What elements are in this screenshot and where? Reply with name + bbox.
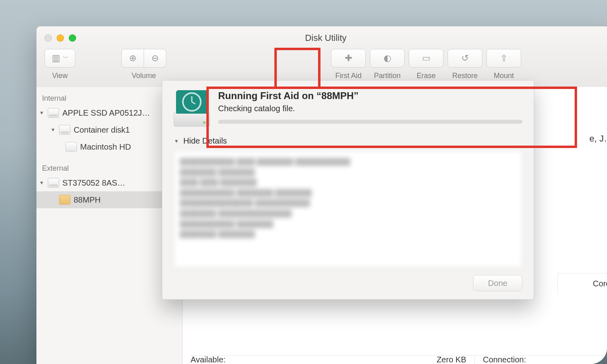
detail-label-connection: Connection: [474, 355, 526, 364]
toolbar-group-view: ▥ ﹀ View [44, 49, 76, 80]
first-aid-button[interactable]: ✚ [331, 49, 366, 68]
truncated-text: e, J… [590, 133, 607, 144]
sidebar: Internal ▼ APPLE SSD AP0512J… ▼ Containe… [36, 87, 183, 364]
toolbar-group-mount: ⇪ Mount [486, 49, 522, 80]
sidebar-item-label: 88MPH [74, 195, 101, 205]
disclosure-triangle-icon[interactable]: ▼ [39, 180, 45, 186]
sidebar-item-label: Macintosh HD [80, 142, 131, 152]
volume-plus-icon: ⊕ [129, 53, 136, 63]
details-toggle[interactable]: ▼ Hide Details [174, 136, 522, 146]
toolbar-group-volume: ⊕ ⊖ Volume [121, 49, 167, 80]
erase-button[interactable]: ▭ [409, 49, 444, 68]
toolbar-label-erase: Erase [416, 72, 435, 80]
detail-value-available: Zero KB [437, 355, 474, 364]
sheet-header: Running First Aid on “88MPH” Checking ca… [174, 90, 522, 127]
toolbar-group-erase: ▭ Erase [408, 49, 444, 80]
view-button[interactable]: ▥ ﹀ [45, 49, 75, 68]
pie-icon: ◐ [384, 53, 391, 63]
sheet-footer: Done [174, 275, 522, 291]
toolbar-group-partition: ◐ Partition [369, 49, 405, 80]
toolbar-label-mount: Mount [494, 72, 514, 80]
disclosure-triangle-icon[interactable]: ▼ [39, 110, 45, 116]
sheet-title: Running First Aid on “88MPH” [218, 90, 522, 102]
time-machine-disk-icon [174, 90, 210, 127]
detail-label-available: Available: [191, 355, 225, 364]
erase-icon: ▭ [422, 53, 431, 63]
done-button[interactable]: Done [473, 275, 522, 291]
desktop: Disk Utility ▥ ﹀ View ⊕ [0, 0, 607, 364]
toolbar-label-view: View [52, 72, 68, 80]
sidebar-item-label: APPLE SSD AP0512J… [62, 108, 150, 118]
mount-button[interactable]: ⇪ [486, 49, 521, 68]
stethoscope-icon: ✚ [345, 53, 352, 63]
sidebar-item-88mph[interactable]: 88MPH [36, 191, 182, 208]
window-title: Disk Utility [36, 33, 607, 43]
mount-icon: ⇪ [500, 53, 507, 63]
titlebar: Disk Utility ▥ ﹀ View ⊕ [36, 26, 607, 87]
toolbar-label-restore: Restore [452, 72, 478, 80]
toolbar-group-restore: ↺ Restore [447, 49, 483, 80]
disclosure-triangle-icon[interactable]: ▼ [50, 127, 56, 133]
restore-button[interactable]: ↺ [448, 49, 482, 68]
sidebar-item-macintosh-hd[interactable]: Macintosh HD [36, 138, 182, 155]
partition-button[interactable]: ◐ [370, 49, 405, 68]
sidebar-item-external-disk[interactable]: ▼ ST375052 8AS… ⏏ [36, 174, 182, 191]
volume-add-button[interactable]: ⊕ [121, 49, 144, 68]
detail-cell-core: Core: [557, 273, 607, 294]
volume-remove-button[interactable]: ⊖ [144, 49, 166, 68]
toolbar-label-partition: Partition [374, 72, 401, 80]
disk-icon [48, 178, 59, 188]
sidebar-section-external: External [36, 161, 182, 174]
clock-icon [182, 92, 202, 112]
sidebar-icon: ▥ [52, 53, 60, 63]
details-log[interactable]: ████████████ ████ ████████ ████████████ … [174, 150, 522, 268]
toolbar-group-first-aid: ✚ First Aid [330, 49, 367, 80]
disclosure-triangle-icon: ▼ [174, 138, 179, 144]
restore-icon: ↺ [461, 53, 469, 63]
first-aid-sheet: Running First Aid on “88MPH” Checking ca… [162, 80, 534, 300]
volume-icon [66, 142, 77, 152]
toolbar-label-volume: Volume [132, 72, 156, 80]
sidebar-item-label: ST375052 8AS… [62, 178, 125, 188]
sheet-subtitle: Checking catalog file. [218, 104, 522, 113]
chevron-down-icon: ﹀ [63, 55, 68, 62]
sidebar-section-internal: Internal [36, 91, 182, 104]
details-toggle-label: Hide Details [183, 136, 227, 146]
sidebar-item-label: Container disk1 [74, 125, 130, 135]
disk-icon [48, 108, 59, 118]
sidebar-item-internal-disk[interactable]: ▼ APPLE SSD AP0512J… [36, 104, 182, 121]
sidebar-item-container[interactable]: ▼ Container disk1 [36, 121, 182, 138]
progress-bar [218, 120, 522, 124]
disk-icon [59, 125, 70, 135]
volume-icon [59, 195, 70, 205]
toolbar-label-first-aid: First Aid [335, 72, 361, 80]
volume-minus-icon: ⊖ [151, 53, 159, 63]
